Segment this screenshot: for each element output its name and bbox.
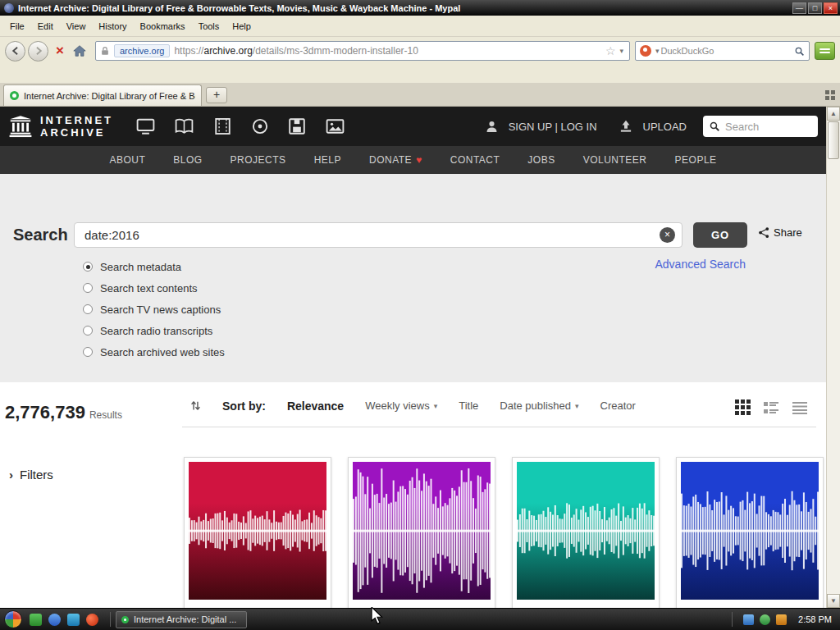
view-mode-switcher xyxy=(735,399,808,415)
tray-icon-3[interactable] xyxy=(776,614,787,625)
title-bar[interactable]: Internet Archive: Digital Library of Fre… xyxy=(0,0,840,16)
nav-projects[interactable]: PROJECTS xyxy=(231,154,286,166)
texts-icon[interactable] xyxy=(173,117,195,135)
nav-blog[interactable]: BLOG xyxy=(173,154,202,166)
nav-people[interactable]: PEOPLE xyxy=(675,154,717,166)
radio-icon[interactable] xyxy=(83,262,93,272)
vertical-scrollbar[interactable]: ▲ ▼ xyxy=(826,107,840,608)
search-label: Search xyxy=(13,226,68,244)
tray-icon-2[interactable] xyxy=(760,614,770,625)
scroll-up-icon[interactable]: ▲ xyxy=(827,107,840,121)
radio-icon[interactable] xyxy=(83,304,93,314)
result-tile[interactable]: Passion Points - Your xyxy=(184,457,331,608)
quick-launch-icon-3[interactable] xyxy=(67,614,80,626)
quick-launch-icon-2[interactable] xyxy=(48,614,61,626)
ia-search-box[interactable] xyxy=(703,116,818,137)
result-tile[interactable]: 000 Polyglot Podcast xyxy=(348,457,495,608)
quick-launch-icon-4[interactable] xyxy=(86,614,98,626)
software-icon[interactable] xyxy=(286,117,308,135)
sort-title[interactable]: Title xyxy=(459,399,478,412)
url-dropdown-icon[interactable]: ▾ xyxy=(619,47,623,55)
signup-login-link[interactable]: SIGN UP | LOG IN xyxy=(509,121,597,133)
menu-history[interactable]: History xyxy=(92,18,133,34)
ia-search-input[interactable] xyxy=(725,121,799,133)
start-button[interactable] xyxy=(4,610,22,628)
url-text[interactable]: https://archive.org/details/ms-3dmm-mode… xyxy=(174,45,602,57)
url-bar[interactable]: archive.org https://archive.org/details/… xyxy=(95,41,630,61)
app-icon xyxy=(4,3,14,13)
minimize-button[interactable]: — xyxy=(792,2,806,14)
nav-contact[interactable]: CONTACT xyxy=(450,154,500,166)
movies-icon[interactable] xyxy=(212,117,234,135)
nav-jobs[interactable]: JOBS xyxy=(527,154,555,166)
ia-logo[interactable]: INTERNETARCHIVE xyxy=(8,114,113,139)
radio-icon[interactable] xyxy=(83,347,93,357)
search-engine-dropdown-icon[interactable]: ▾ xyxy=(655,47,660,55)
upload-link[interactable]: UPLOAD xyxy=(643,121,687,133)
filters-toggle[interactable]: › Filters xyxy=(9,468,53,482)
menu-help[interactable]: Help xyxy=(226,18,258,34)
menu-tools[interactable]: Tools xyxy=(192,18,226,34)
ia-header-right: SIGN UP | LOG IN UPLOAD xyxy=(485,116,818,137)
audio-icon[interactable] xyxy=(250,117,270,135)
nav-volunteer[interactable]: VOLUNTEER xyxy=(583,154,647,166)
tile-thumbnail[interactable] xyxy=(681,462,819,600)
forward-button[interactable] xyxy=(28,41,48,62)
extension-button[interactable] xyxy=(815,42,835,60)
list-view-icon[interactable] xyxy=(763,400,779,415)
radio-icon[interactable] xyxy=(83,326,93,336)
sort-weekly-views[interactable]: Weekly views▾ xyxy=(365,399,437,412)
stop-button[interactable]: × xyxy=(51,42,69,60)
radio-icon[interactable] xyxy=(83,283,93,293)
quick-launch-icon-1[interactable] xyxy=(30,614,42,626)
clear-search-icon[interactable]: × xyxy=(660,227,675,243)
search-option-text-contents[interactable]: Search text contents xyxy=(83,277,225,299)
go-button[interactable]: GO xyxy=(693,222,747,248)
menu-file[interactable]: File xyxy=(3,18,31,34)
search-option-radio-transcripts[interactable]: Search radio transcripts xyxy=(83,320,225,341)
sort-creator[interactable]: Creator xyxy=(600,399,636,412)
share-button[interactable]: Share xyxy=(758,226,802,239)
menu-bookmarks[interactable]: Bookmarks xyxy=(134,18,192,34)
bookmark-star-icon[interactable]: ☆ xyxy=(605,44,616,57)
site-identity-badge[interactable]: archive.org xyxy=(114,44,170,57)
video-icon[interactable] xyxy=(135,117,157,135)
active-tab[interactable]: Internet Archive: Digital Library of Fre… xyxy=(3,84,202,106)
sort-relevance[interactable]: Relevance xyxy=(287,399,344,413)
menu-edit[interactable]: Edit xyxy=(31,18,60,34)
tile-thumbnail[interactable] xyxy=(353,462,491,600)
browser-window: Internet Archive: Digital Library of Fre… xyxy=(0,0,840,630)
site-search-input[interactable] xyxy=(74,222,682,248)
search-option-metadata[interactable]: Search metadata xyxy=(83,256,225,277)
menu-view[interactable]: View xyxy=(60,18,93,34)
web-search-box[interactable]: ▾ DuckDuckGo xyxy=(635,41,810,61)
grid-view-icon[interactable] xyxy=(735,399,751,415)
tile-thumbnail[interactable] xyxy=(517,462,655,600)
search-icon[interactable] xyxy=(794,46,805,57)
nav-donate[interactable]: DONATE♥ xyxy=(369,154,422,166)
results-main: Sort by: Relevance Weekly views▾ Title D… xyxy=(182,382,826,608)
scrollbar-thumb[interactable] xyxy=(828,121,839,159)
ia-nav-bar: ABOUT BLOG PROJECTS HELP DONATE♥ CONTACT… xyxy=(0,146,826,174)
tab-groups-icon[interactable] xyxy=(825,90,835,100)
sort-direction-icon[interactable] xyxy=(190,399,201,413)
home-button[interactable] xyxy=(69,41,90,61)
search-option-web-sites[interactable]: Search archived web sites xyxy=(83,341,225,363)
result-tile[interactable]: 0028 Carglas Autoglas xyxy=(676,457,824,608)
tile-thumbnail[interactable] xyxy=(189,462,326,600)
advanced-search-link[interactable]: Advanced Search xyxy=(655,258,746,271)
images-icon[interactable] xyxy=(324,117,346,135)
scroll-down-icon[interactable]: ▼ xyxy=(827,594,840,608)
compact-view-icon[interactable] xyxy=(792,401,808,414)
task-button[interactable]: Internet Archive: Digital ... xyxy=(116,611,247,628)
tray-icon-1[interactable] xyxy=(743,614,754,625)
search-option-tv-captions[interactable]: Search TV news captions xyxy=(83,299,225,320)
back-button[interactable] xyxy=(5,41,25,62)
nav-help[interactable]: HELP xyxy=(314,154,341,166)
sort-date-published[interactable]: Date published▾ xyxy=(500,399,578,412)
close-button[interactable]: × xyxy=(824,2,838,14)
maximize-button[interactable]: □ xyxy=(808,2,822,14)
nav-about[interactable]: ABOUT xyxy=(109,154,145,166)
result-tile[interactable]: Resistance Radio #001: xyxy=(512,457,660,608)
new-tab-button[interactable]: + xyxy=(206,87,227,103)
